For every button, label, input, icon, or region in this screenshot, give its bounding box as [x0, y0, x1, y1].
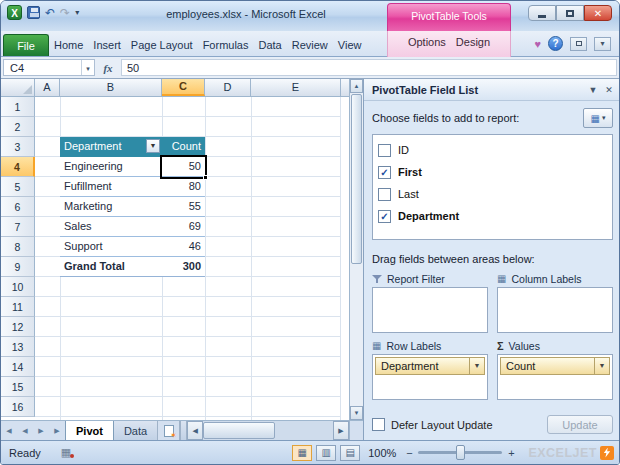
pivot-cell[interactable]: Engineering — [60, 157, 162, 176]
zoom-level-label[interactable]: 100% — [368, 447, 396, 459]
close-button[interactable]: ✕ — [584, 5, 612, 21]
select-all-corner[interactable] — [1, 79, 35, 96]
row-header[interactable]: 10 — [1, 277, 35, 297]
field-list-layout-button[interactable]: ▦ ▾ — [583, 108, 613, 128]
scroll-right-icon[interactable]: ▶ — [333, 421, 349, 440]
column-header-e[interactable]: E — [251, 79, 341, 96]
view-normal-button[interactable]: ▦ — [292, 445, 312, 461]
name-box[interactable]: C4 ▾ — [3, 59, 95, 76]
scroll-up-icon[interactable]: ▲ — [350, 79, 363, 93]
tab-formulas[interactable]: Formulas — [198, 34, 254, 56]
row-header[interactable]: 14 — [1, 357, 35, 377]
row-header[interactable]: 7 — [1, 217, 35, 237]
row-header[interactable]: 2 — [1, 117, 35, 137]
pivot-cell[interactable]: Sales — [60, 217, 162, 236]
zoom-in-icon[interactable]: + — [506, 447, 516, 459]
defer-layout-checkbox[interactable] — [372, 418, 385, 431]
favorites-icon[interactable]: ♥ — [534, 38, 541, 50]
tab-first-button[interactable]: ◀ — [1, 421, 17, 440]
restore-workbook-button[interactable] — [570, 37, 587, 51]
column-header-a[interactable]: A — [35, 79, 60, 96]
row-header[interactable]: 13 — [1, 337, 35, 357]
sheet-tab-data[interactable]: Data — [114, 421, 158, 440]
qat-customize-icon[interactable]: ▾ — [75, 8, 79, 17]
pivot-cell[interactable]: 300 — [162, 257, 205, 276]
sheet-tab-pivot[interactable]: Pivot — [65, 421, 114, 440]
tab-data[interactable]: Data — [253, 34, 286, 56]
pivot-header-cell-count[interactable]: Count — [162, 137, 205, 157]
collapse-ribbon-button[interactable]: ▾ — [594, 37, 611, 51]
excel-logo-icon[interactable]: X — [7, 5, 22, 20]
insert-worksheet-button[interactable]: ✶ — [158, 421, 180, 440]
update-button[interactable]: Update — [547, 415, 613, 434]
checkbox-id[interactable] — [378, 144, 391, 157]
help-icon[interactable]: ? — [548, 36, 563, 51]
tab-next-button[interactable]: ▶ — [33, 421, 49, 440]
vertical-scroll-track[interactable] — [350, 265, 363, 406]
insert-function-icon[interactable]: fx — [95, 57, 121, 78]
field-row-id[interactable]: ID — [378, 139, 607, 161]
scroll-down-icon[interactable]: ▼ — [350, 406, 363, 420]
field-pill-dropdown-icon[interactable]: ▼ — [469, 358, 484, 374]
checkbox-department[interactable]: ✓ — [378, 210, 391, 223]
horizontal-scrollbar[interactable]: ◀ ▶ — [187, 421, 349, 440]
row-labels-dropzone[interactable]: Department ▼ — [372, 354, 488, 400]
redo-icon[interactable]: ↷ — [60, 6, 70, 20]
row-header[interactable]: 8 — [1, 237, 35, 257]
row-header[interactable]: 1 — [1, 97, 35, 117]
checkbox-first[interactable]: ✓ — [378, 166, 391, 179]
values-dropzone[interactable]: Count ▼ — [497, 354, 613, 400]
tab-file[interactable]: File — [3, 34, 49, 56]
vertical-scrollbar[interactable]: ▲ ▼ — [349, 79, 363, 420]
horizontal-scroll-track[interactable] — [275, 421, 333, 440]
column-header-d[interactable]: D — [205, 79, 251, 96]
row-header[interactable]: 16 — [1, 397, 35, 417]
macro-record-icon[interactable]: ▦ — [61, 446, 71, 459]
view-page-break-button[interactable]: ▤ — [340, 445, 360, 461]
report-filter-dropzone[interactable] — [372, 287, 488, 333]
field-row-department[interactable]: ✓ Department — [378, 205, 607, 227]
formula-input[interactable]: 50 — [121, 59, 617, 76]
pivot-cell[interactable]: 46 — [162, 237, 205, 256]
pivot-cell[interactable]: Marketing — [60, 197, 162, 216]
undo-icon[interactable]: ↶ — [45, 6, 55, 20]
zoom-out-icon[interactable]: − — [404, 447, 414, 459]
row-header[interactable]: 11 — [1, 297, 35, 317]
pane-close-icon[interactable]: ✕ — [601, 85, 617, 95]
column-labels-dropzone[interactable] — [497, 287, 613, 333]
vertical-scroll-thumb[interactable] — [351, 94, 362, 264]
tab-home[interactable]: Home — [49, 34, 88, 56]
pivot-cell[interactable]: Support — [60, 237, 162, 256]
field-pill-department[interactable]: Department ▼ — [375, 357, 485, 375]
column-header-b[interactable]: B — [60, 79, 162, 96]
column-header-c[interactable]: C — [162, 79, 205, 96]
pivot-cell[interactable]: Grand Total — [60, 257, 162, 276]
tab-scrollbar-splitter[interactable] — [180, 421, 187, 440]
fill-handle[interactable] — [203, 175, 208, 180]
scroll-left-icon[interactable]: ◀ — [187, 421, 203, 440]
zoom-slider[interactable] — [418, 451, 502, 454]
pivot-cell[interactable]: 55 — [162, 197, 205, 216]
checkbox-last[interactable] — [378, 188, 391, 201]
tab-insert[interactable]: Insert — [88, 34, 126, 56]
tab-page-layout[interactable]: Page Layout — [126, 34, 198, 56]
tab-prev-button[interactable]: ◀ — [17, 421, 33, 440]
tab-review[interactable]: Review — [287, 34, 333, 56]
field-row-first[interactable]: ✓ First — [378, 161, 607, 183]
row-header[interactable]: 9 — [1, 257, 35, 277]
horizontal-scroll-thumb[interactable] — [203, 422, 275, 439]
grid-body[interactable]: 1 2 3 4 5 6 7 8 9 10 11 12 13 — [1, 97, 349, 420]
pivot-cell[interactable]: 80 — [162, 177, 205, 196]
field-row-last[interactable]: Last — [378, 183, 607, 205]
zoom-slider-thumb[interactable] — [456, 445, 465, 460]
tab-last-button[interactable]: ▶ — [49, 421, 65, 440]
row-header[interactable]: 5 — [1, 177, 35, 197]
tab-view[interactable]: View — [333, 34, 367, 56]
row-header[interactable]: 15 — [1, 377, 35, 397]
minimize-button[interactable] — [528, 5, 556, 21]
tab-options[interactable]: Options — [403, 31, 451, 53]
restore-button[interactable] — [556, 5, 584, 21]
pivot-cell[interactable]: 69 — [162, 217, 205, 236]
field-pill-count[interactable]: Count ▼ — [500, 357, 610, 375]
name-box-dropdown-icon[interactable]: ▾ — [81, 60, 94, 75]
